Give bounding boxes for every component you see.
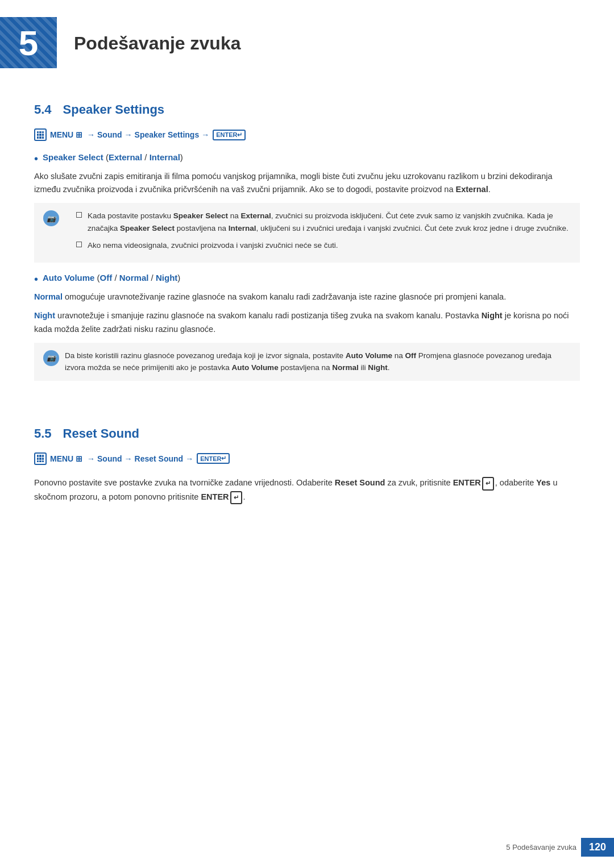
chapter-header: 5 Podešavanje zvuka: [0, 0, 614, 80]
bullet-dot-1: •: [34, 152, 38, 165]
enter-icon-55: ENTER↵: [197, 453, 230, 464]
section-55-number: 5.5: [34, 426, 52, 441]
sub-bullet-1: Kada postavite postavku Speaker Select n…: [76, 210, 571, 234]
content-55: Ponovno postavite sve postavke zvuka na …: [0, 476, 614, 504]
menu-icon-55: [34, 452, 47, 465]
bullet-speaker-select: • Speaker Select (External / Internal) A…: [34, 152, 580, 263]
note-content-2: Da biste koristili razinu glasnoće povez…: [65, 350, 571, 374]
page-number: 120: [581, 838, 614, 857]
night-label: Night: [156, 273, 177, 283]
section-54-header: 5.4 Speaker Settings: [0, 80, 614, 128]
menu-label-54: MENU: [50, 130, 73, 139]
sub-bullet-text-1: Kada postavite postavku Speaker Select n…: [88, 210, 571, 234]
bullet-auto-volume: • Auto Volume (Off / Normal / Night) Nor…: [34, 273, 580, 381]
menu-grid-icon-55: [37, 455, 44, 462]
speaker-select-title: Speaker Select: [43, 152, 103, 162]
note-box-speaker-select: 📷 Kada postavite postavku Speaker Select…: [34, 203, 580, 263]
normal-label: Normal: [119, 273, 149, 283]
section-55-header: 5.5 Reset Sound: [0, 404, 614, 452]
menu-arrow-2: →: [125, 130, 132, 139]
section-55-title: Reset Sound: [63, 426, 139, 441]
note-icon-1: 📷: [43, 210, 59, 226]
content-54: • Speaker Select (External / Internal) A…: [0, 152, 614, 381]
menu-grid-icon: [37, 131, 44, 139]
menu-path-54: MENU ⊞ → Sound → Speaker Settings → ENTE…: [0, 128, 614, 152]
menu-label-55: MENU: [50, 454, 73, 463]
menu-icon-54: [34, 128, 47, 141]
sub-bullet-marker-2: [76, 242, 82, 247]
note-box-auto-volume: 📷 Da biste koristili razinu glasnoće pov…: [34, 343, 580, 381]
chapter-number-block: 5: [0, 17, 57, 68]
off-label: Off: [100, 273, 113, 283]
internal-label: Internal: [150, 152, 180, 162]
menu-arrow-55-3: →: [185, 454, 193, 463]
section-54-title: Speaker Settings: [63, 102, 165, 117]
menu-path-sound-54: Sound: [97, 130, 122, 139]
external-label: External: [109, 152, 142, 162]
menu-path-reset-sound: Reset Sound: [135, 454, 184, 463]
menu-path-sound-55: Sound: [97, 454, 122, 463]
menu-arrow-1: →: [87, 130, 95, 139]
sub-bullet-text-2: Ako nema videosignala, zvučnici proizvod…: [88, 239, 338, 252]
menu-arrow-3: →: [201, 130, 209, 139]
menu-grid-indicator-55: ⊞: [76, 454, 82, 463]
auto-volume-body2: Night uravnotežuje i smanjuje razinu gla…: [34, 309, 580, 335]
menu-path-speaker-settings: Speaker Settings: [135, 130, 200, 139]
section-54-number: 5.4: [34, 102, 52, 117]
auto-volume-body1: Normal omogućuje uravnoteživanje razine …: [34, 290, 580, 304]
chapter-number: 5: [19, 23, 38, 63]
menu-grid-indicator: ⊞: [76, 130, 82, 139]
sub-bullet-marker-1: [76, 212, 82, 218]
speaker-select-body: Ako slušate zvučni zapis emitiranja ili …: [34, 170, 580, 196]
note-icon-2: 📷: [43, 350, 59, 366]
page-footer: 5 Podešavanje zvuka 120: [506, 838, 614, 857]
menu-path-55: MENU ⊞ → Sound → Reset Sound → ENTER↵: [0, 452, 614, 476]
sub-bullet-2: Ako nema videosignala, zvučnici proizvod…: [76, 239, 571, 252]
reset-sound-body: Ponovno postavite sve postavke zvuka na …: [34, 476, 580, 504]
chapter-title: Podešavanje zvuka: [57, 17, 240, 54]
bullet-dot-2: •: [34, 273, 38, 286]
auto-volume-title: Auto Volume: [43, 273, 94, 283]
note-content-1: Kada postavite postavku Speaker Select n…: [65, 210, 571, 256]
sub-bullet-list-1: Kada postavite postavku Speaker Select n…: [76, 210, 571, 251]
footer-text: 5 Podešavanje zvuka: [506, 843, 576, 852]
enter-icon-54: ENTER↵: [213, 130, 246, 140]
menu-arrow-55-1: →: [87, 454, 95, 463]
menu-arrow-55-2: →: [125, 454, 132, 463]
